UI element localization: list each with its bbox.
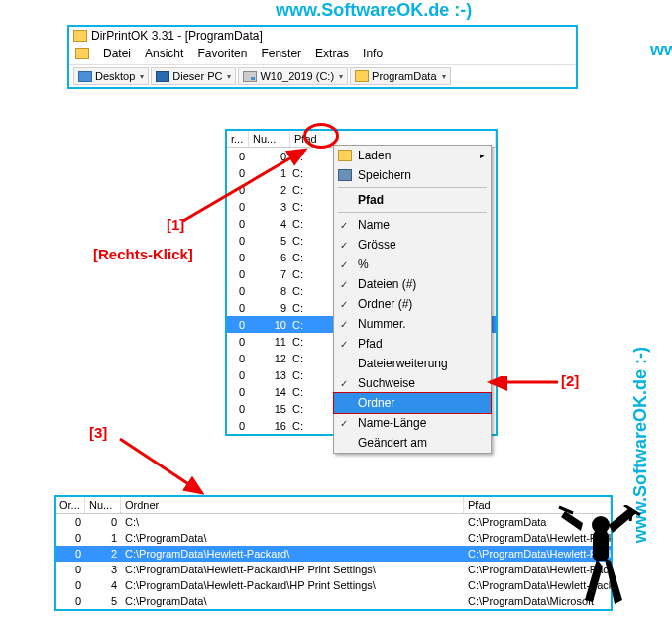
- svg-rect-7: [593, 531, 609, 561]
- menu-divider: [338, 187, 487, 188]
- svg-line-1: [183, 150, 305, 221]
- watermark-right-partial: www: [650, 40, 672, 60]
- check-icon: ✓: [340, 279, 348, 290]
- breadcrumb-toolbar: Desktop Dieser PC W10_2019 (C:) ProgramD…: [69, 64, 576, 87]
- menu-item--[interactable]: ✓%: [334, 255, 491, 274]
- menu-datei[interactable]: Datei: [103, 47, 131, 60]
- crumb-folder-label: ProgramData: [372, 70, 436, 82]
- menubar: Datei Ansicht Favoriten Fenster Extras I…: [69, 45, 576, 62]
- menu-ansicht[interactable]: Ansicht: [145, 47, 183, 60]
- arrow-1: [178, 144, 317, 228]
- menu-favoriten[interactable]: Favoriten: [197, 47, 247, 60]
- table-row[interactable]: 02C:\ProgramData\Hewlett-Packard\C:\Prog…: [56, 546, 611, 562]
- menu-laden-label: Laden: [358, 149, 391, 162]
- drive-icon: [243, 71, 257, 82]
- menu-pfad-heading[interactable]: Pfad: [334, 190, 491, 210]
- menu-speichern-label: Speichern: [358, 168, 411, 182]
- annotation-3: [3]: [89, 424, 107, 441]
- table-row[interactable]: 00C:\C:\ProgramData: [56, 514, 611, 530]
- crumb-folder[interactable]: ProgramData: [350, 67, 450, 85]
- watermark-top: www.SoftwareOK.de :-): [276, 0, 472, 21]
- menu-extras[interactable]: Extras: [315, 47, 349, 60]
- menu-item-label: Pfad: [358, 337, 383, 351]
- menu-item-label: Ordner: [358, 396, 394, 410]
- arrow-3: [115, 434, 214, 503]
- annotation-circle-pfad: [303, 123, 339, 149]
- menu-item-pfad[interactable]: ✓Pfad: [334, 334, 491, 354]
- menu-item-dateierweiterung[interactable]: Dateierweiterung: [334, 354, 491, 373]
- crumb-desktop-label: Desktop: [95, 70, 135, 82]
- menu-laden[interactable]: Laden ▸: [334, 146, 491, 165]
- bottom-rows: 00C:\C:\ProgramData01C:\ProgramData\C:\P…: [56, 514, 611, 609]
- menu-item-label: Geändert am: [358, 436, 427, 450]
- folder-open-icon[interactable]: [75, 48, 89, 59]
- save-icon: [338, 169, 352, 181]
- menu-item-label: Grösse: [358, 238, 396, 252]
- submenu-arrow-icon: ▸: [480, 151, 485, 160]
- menu-item-suchweise[interactable]: ✓Suchweise: [334, 373, 491, 393]
- table-row[interactable]: 05C:\ProgramData\C:\ProgramData\Microsof…: [56, 593, 611, 609]
- check-icon: ✓: [340, 418, 348, 429]
- menu-item-nummer-[interactable]: ✓Nummer.: [334, 314, 491, 334]
- check-icon: ✓: [340, 378, 348, 389]
- annotation-rechts-klick: [Rechts-Klick]: [93, 246, 193, 262]
- silhouette-figure: [553, 505, 642, 614]
- arrow-2: [484, 376, 563, 396]
- menu-item-label: Ordner (#): [358, 297, 412, 311]
- check-icon: ✓: [340, 259, 348, 270]
- app-icon: [73, 30, 87, 42]
- menu-item-label: Name-Länge: [358, 416, 426, 430]
- check-icon: ✓: [340, 299, 348, 310]
- bottom-list-panel: Or... Nu... Ordner Pfad 00C:\C:\ProgramD…: [54, 495, 613, 611]
- desktop-icon: [78, 71, 92, 82]
- menu-item-label: Suchweise: [358, 376, 415, 390]
- monitor-icon: [156, 71, 169, 82]
- app-window: DirPrintOK 3.31 - [ProgramData] Datei An…: [67, 25, 578, 89]
- menu-item-name[interactable]: ✓Name: [334, 215, 491, 235]
- menu-divider: [338, 212, 487, 213]
- annotation-2: [2]: [561, 372, 579, 389]
- crumb-pc[interactable]: Dieser PC: [151, 67, 236, 85]
- folder-icon: [355, 70, 369, 82]
- table-row[interactable]: 03C:\ProgramData\Hewlett-Packard\HP Prin…: [56, 562, 611, 577]
- window-title: DirPrintOK 3.31 - [ProgramData]: [91, 29, 263, 43]
- menu-fenster[interactable]: Fenster: [261, 47, 301, 60]
- menu-speichern[interactable]: Speichern: [334, 165, 491, 185]
- table-row[interactable]: 04C:\ProgramData\Hewlett-Packard\HP Prin…: [56, 577, 611, 593]
- menu-info[interactable]: Info: [363, 47, 383, 60]
- crumb-drive[interactable]: W10_2019 (C:): [238, 67, 348, 85]
- context-menu: Laden ▸ Speichern Pfad ✓Name✓Grösse✓%✓Da…: [333, 145, 492, 454]
- svg-line-5: [120, 439, 202, 493]
- col-or[interactable]: Or...: [56, 497, 85, 513]
- crumb-pc-label: Dieser PC: [172, 70, 222, 82]
- menu-item-label: Dateien (#): [358, 277, 416, 291]
- crumb-drive-label: W10_2019 (C:): [260, 70, 334, 82]
- table-row[interactable]: 01C:\ProgramData\C:\ProgramData\Hewlett-…: [56, 530, 611, 546]
- check-icon: ✓: [340, 339, 348, 350]
- check-icon: ✓: [340, 319, 348, 330]
- menu-item-ordner[interactable]: Ordner: [333, 392, 492, 414]
- menu-item-label: Dateierweiterung: [358, 357, 448, 370]
- menu-item-label: Name: [358, 218, 390, 232]
- annotation-1: [1]: [167, 216, 184, 233]
- menu-pfad-heading-label: Pfad: [358, 193, 384, 207]
- menu-item-name-l-nge[interactable]: ✓Name-Länge: [334, 413, 491, 433]
- menu-item-label: %: [358, 258, 369, 271]
- menu-item-ge-ndert-am[interactable]: Geändert am: [334, 433, 491, 453]
- titlebar: DirPrintOK 3.31 - [ProgramData]: [69, 27, 576, 45]
- menu-item-ordner-[interactable]: ✓Ordner (#): [334, 294, 491, 314]
- crumb-desktop[interactable]: Desktop: [73, 67, 149, 85]
- folder-open-icon: [338, 150, 352, 161]
- check-icon: ✓: [340, 220, 348, 231]
- menu-item-dateien-[interactable]: ✓Dateien (#): [334, 274, 491, 294]
- menu-item-label: Nummer.: [358, 317, 406, 331]
- check-icon: ✓: [340, 240, 348, 251]
- menu-item-gr-sse[interactable]: ✓Grösse: [334, 235, 491, 255]
